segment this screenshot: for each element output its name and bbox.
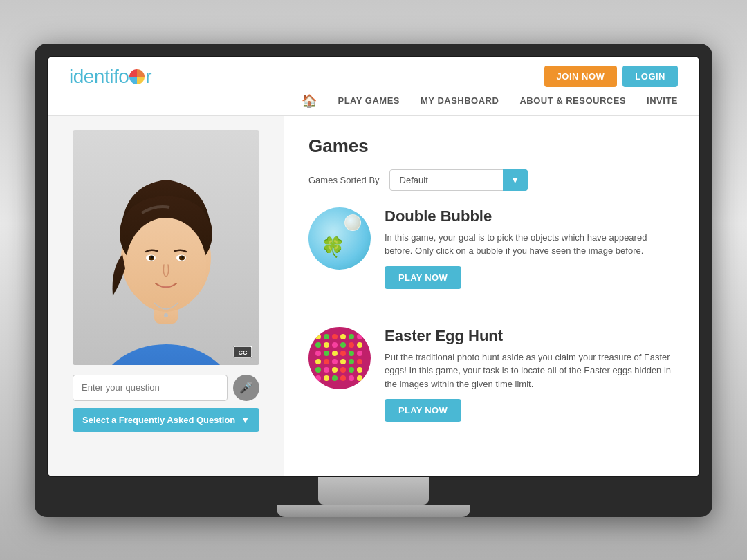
logo-icon xyxy=(129,69,145,84)
easter-egg-thumbnail xyxy=(308,327,371,389)
faq-arrow-icon: ▼ xyxy=(241,415,250,425)
sort-select-wrapper: Default ▼ xyxy=(389,169,528,191)
faq-label: Select a Frequently Asked Question xyxy=(82,415,235,425)
question-input-row: 🎤 xyxy=(73,375,259,401)
nav-play-games[interactable]: PLAY GAMES xyxy=(338,95,400,106)
svg-point-11 xyxy=(182,256,184,258)
double-bubble-play-button[interactable]: PLAY NOW xyxy=(385,266,461,289)
double-bubble-name: Double Bubble xyxy=(385,207,674,225)
monitor-stand xyxy=(318,477,429,505)
svg-point-12 xyxy=(164,313,168,317)
join-now-button[interactable]: JOIN NOW xyxy=(544,66,618,87)
easter-egg-play-button[interactable]: PLAY NOW xyxy=(385,399,461,422)
double-bubble-thumbnail: 🍀 xyxy=(308,207,371,270)
sort-row: Games Sorted By Default ▼ xyxy=(308,169,674,191)
monitor-base xyxy=(277,505,470,517)
main-content: CC 🎤 Select a Frequently Asked Question … xyxy=(48,116,699,476)
svg-point-5 xyxy=(126,218,206,312)
double-bubble-info: Double Bubble In this game, your goal is… xyxy=(385,207,674,289)
games-title: Games xyxy=(308,136,674,157)
question-input[interactable] xyxy=(73,375,228,401)
leaf-icon: 🍀 xyxy=(321,236,345,259)
easter-egg-info: Easter Egg Hunt Put the traditional phot… xyxy=(385,327,674,422)
nav-my-dashboard[interactable]: MY DASHBOARD xyxy=(421,95,499,106)
home-nav-icon[interactable]: 🏠 xyxy=(302,93,317,109)
faq-dropdown-button[interactable]: Select a Frequently Asked Question ▼ xyxy=(73,408,259,432)
monitor-shell: identifor JOIN NOW LOGIN 🏠 PLAY GAMES MY… xyxy=(35,44,712,517)
nav-invite[interactable]: INVITE xyxy=(647,95,678,106)
header: identifor JOIN NOW LOGIN 🏠 PLAY GAMES MY… xyxy=(48,57,699,116)
mic-button[interactable]: 🎤 xyxy=(233,375,259,401)
double-bubble-description: In this game, your goal is to pick the o… xyxy=(385,231,674,258)
logo: identifor xyxy=(69,66,151,88)
egg-grid xyxy=(313,331,367,385)
game-divider xyxy=(308,310,674,310)
login-button[interactable]: LOGIN xyxy=(622,66,678,87)
header-top: identifor JOIN NOW LOGIN xyxy=(69,57,678,93)
svg-text:CC: CC xyxy=(239,349,248,356)
sort-label: Games Sorted By xyxy=(308,175,380,185)
sort-select[interactable]: Default xyxy=(389,169,528,191)
right-panel: Games Games Sorted By Default ▼ 🍀 xyxy=(284,116,699,476)
main-nav: 🏠 PLAY GAMES MY DASHBOARD ABOUT & RESOUR… xyxy=(69,93,678,115)
monitor-screen: identifor JOIN NOW LOGIN 🏠 PLAY GAMES MY… xyxy=(47,56,700,477)
easter-egg-name: Easter Egg Hunt xyxy=(385,327,674,345)
left-panel: CC 🎤 Select a Frequently Asked Question … xyxy=(48,116,284,476)
avatar-container: CC xyxy=(73,130,259,365)
game-card-easter-egg-hunt: Easter Egg Hunt Put the traditional phot… xyxy=(308,327,674,422)
header-buttons: JOIN NOW LOGIN xyxy=(544,66,678,87)
game-card-double-bubble: 🍀 Double Bubble In this game, your goal … xyxy=(308,207,674,289)
avatar-svg: CC xyxy=(73,130,259,365)
bubble-decoration xyxy=(344,214,361,231)
svg-point-10 xyxy=(151,256,154,258)
easter-egg-description: Put the traditional photo hunt aside as … xyxy=(385,351,674,391)
mic-icon: 🎤 xyxy=(239,381,253,394)
nav-about-resources[interactable]: ABOUT & RESOURCES xyxy=(519,95,626,106)
